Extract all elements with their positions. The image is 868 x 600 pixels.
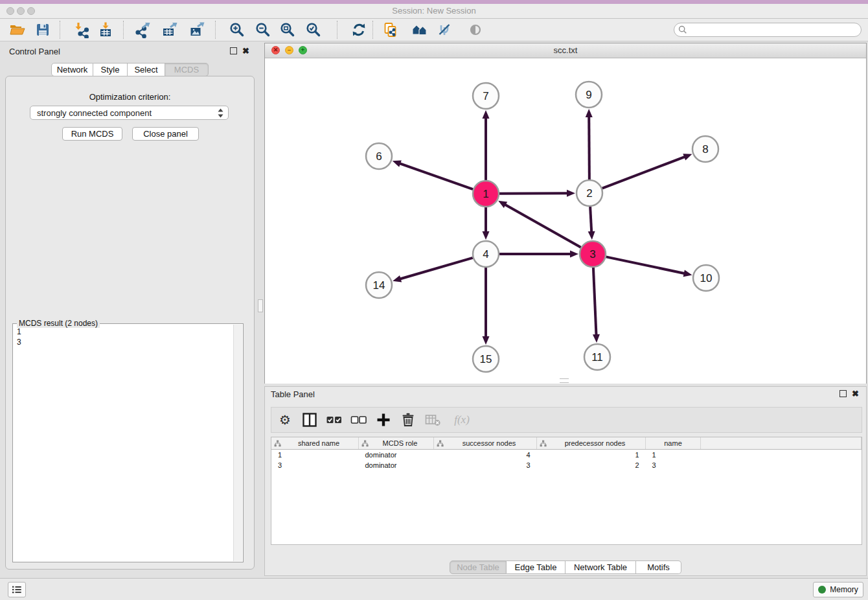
column-header-predecessor-nodes[interactable]: predecessor nodes	[537, 437, 646, 450]
table-cell[interactable]: 2	[537, 460, 646, 470]
birds-eye-view-button[interactable]	[466, 21, 485, 39]
network-window-titlebar[interactable]: ✕ – + scc.txt	[265, 43, 866, 58]
export-network-icon	[134, 21, 151, 38]
table-cell-filler	[701, 450, 862, 461]
mcds-result-text[interactable]: 13	[13, 324, 233, 562]
table-cell[interactable]: 1	[537, 450, 646, 461]
memory-button[interactable]: Memory	[813, 582, 863, 597]
zoom-in-button[interactable]	[228, 21, 246, 39]
zoom-fit-button[interactable]	[279, 21, 297, 39]
panel-splitter-grip[interactable]	[258, 299, 263, 312]
column-tree-icon	[361, 440, 369, 447]
deselect-all-rows-button[interactable]	[350, 411, 367, 428]
tab-motifs[interactable]: Motifs	[636, 560, 681, 574]
close-table-panel-icon[interactable]: ✖	[852, 389, 859, 398]
zoom-out-button[interactable]	[254, 21, 272, 39]
tab-network[interactable]: Network	[51, 63, 93, 76]
graph-edge-3-11[interactable]	[593, 268, 597, 336]
save-floppy-icon	[34, 21, 51, 38]
graph-edge-2-9[interactable]	[589, 116, 589, 179]
home-layout-button[interactable]	[411, 21, 429, 39]
tab-mcds[interactable]: MCDS	[165, 63, 209, 76]
export-network-button[interactable]	[133, 21, 152, 39]
network-graph[interactable]: 1234678910111415	[265, 58, 866, 384]
network-canvas[interactable]: 1234678910111415	[265, 58, 866, 384]
graph-edge-1-2[interactable]	[499, 193, 568, 194]
export-table-button[interactable]	[161, 21, 179, 39]
column-header-shared-name[interactable]: shared name	[271, 437, 359, 450]
table-cell[interactable]: 4	[434, 450, 537, 461]
result-scrollbar[interactable]	[233, 325, 242, 561]
tab-edge-table[interactable]: Edge Table	[507, 560, 565, 574]
control-panel-title: Control Panel	[9, 47, 60, 56]
optimization-criterion-select[interactable]: strongly connected component	[30, 106, 229, 120]
table-cell[interactable]: 1	[646, 450, 701, 461]
graph-node-label: 2	[586, 187, 592, 200]
clone-network-button[interactable]	[382, 21, 400, 39]
graph-edge-arrowhead	[588, 231, 595, 240]
delete-columns-icon	[424, 411, 441, 428]
clone-network-icon	[383, 21, 400, 38]
table-cell[interactable]: 1	[271, 450, 359, 461]
export-image-button[interactable]	[188, 21, 206, 39]
graph-edge-3-10[interactable]	[606, 257, 685, 273]
table-cell[interactable]: 3	[434, 460, 537, 470]
graph-edge-arrowhead	[586, 109, 593, 117]
delete-rows-button[interactable]	[400, 411, 417, 428]
graph-edge-1-6[interactable]	[399, 163, 473, 189]
table-header-row: shared name MCDS role	[271, 437, 862, 450]
run-mcds-button[interactable]: Run MCDS	[62, 127, 122, 141]
graph-node-label: 8	[702, 143, 708, 156]
tab-network-table[interactable]: Network Table	[565, 560, 636, 574]
tab-node-table[interactable]: Node Table	[450, 560, 507, 574]
graph-edge-2-3[interactable]	[590, 207, 591, 233]
search-input[interactable]	[674, 23, 862, 37]
table-tabs: Node Table Edge Table Network Table Moti…	[450, 560, 681, 574]
insert-column-button[interactable]	[301, 411, 318, 428]
app-titlebar: Session: New Session	[0, 4, 868, 19]
eye-icon	[467, 21, 484, 38]
column-header-name[interactable]: name	[646, 437, 701, 450]
task-history-button[interactable]	[8, 582, 26, 597]
function-builder-button[interactable]: f(x)	[449, 411, 475, 428]
select-all-rows-button[interactable]	[326, 411, 343, 428]
save-session-button[interactable]	[34, 21, 52, 39]
add-row-button[interactable]	[375, 411, 392, 428]
canvas-resize-grip[interactable]	[560, 378, 569, 383]
tab-select[interactable]: Select	[128, 63, 165, 76]
memory-label: Memory	[830, 585, 858, 594]
import-table-button[interactable]	[97, 21, 115, 39]
float-table-panel-icon[interactable]	[839, 390, 847, 397]
search-icon	[678, 25, 688, 35]
column-header-mcds-role[interactable]: MCDS role	[359, 437, 434, 450]
select-stepper-icon	[218, 108, 223, 118]
column-header-successor-nodes[interactable]: successor nodes	[434, 437, 537, 450]
close-panel-icon[interactable]: ✖	[242, 47, 249, 55]
mcds-result-box: MCDS result (2 nodes) 13	[12, 323, 244, 562]
table-panel-title: Table Panel	[271, 389, 315, 399]
columns-icon	[301, 411, 318, 428]
graph-edge-2-8[interactable]	[602, 157, 686, 189]
table-row[interactable]: 3dominator323	[271, 460, 862, 470]
table-cell[interactable]: dominator	[359, 460, 434, 470]
refresh-view-button[interactable]	[350, 21, 368, 39]
table-cell[interactable]: dominator	[359, 450, 434, 461]
table-row[interactable]: 1dominator411	[271, 450, 862, 461]
toolbar-separator	[60, 21, 60, 39]
tab-style[interactable]: Style	[93, 63, 128, 76]
float-panel-icon[interactable]	[230, 47, 237, 54]
table-settings-gear-button[interactable]: ⚙	[277, 411, 293, 428]
table-cell[interactable]: 3	[271, 460, 359, 470]
table-cell[interactable]: 3	[646, 460, 701, 470]
delete-columns-button[interactable]	[424, 411, 441, 428]
open-session-button[interactable]	[8, 21, 27, 39]
zoom-selected-button[interactable]	[304, 21, 323, 39]
graph-edge-3-1[interactable]	[505, 204, 581, 247]
zoom-fit-icon	[279, 21, 296, 38]
hide-panels-button[interactable]	[435, 21, 453, 39]
control-panel: Control Panel ✖ Network Style Select MCD…	[4, 44, 257, 571]
import-network-button[interactable]	[73, 21, 91, 39]
checked-boxes-icon	[326, 411, 343, 428]
graph-edge-4-14[interactable]	[400, 258, 473, 279]
close-panel-button[interactable]: Close panel	[132, 127, 199, 141]
